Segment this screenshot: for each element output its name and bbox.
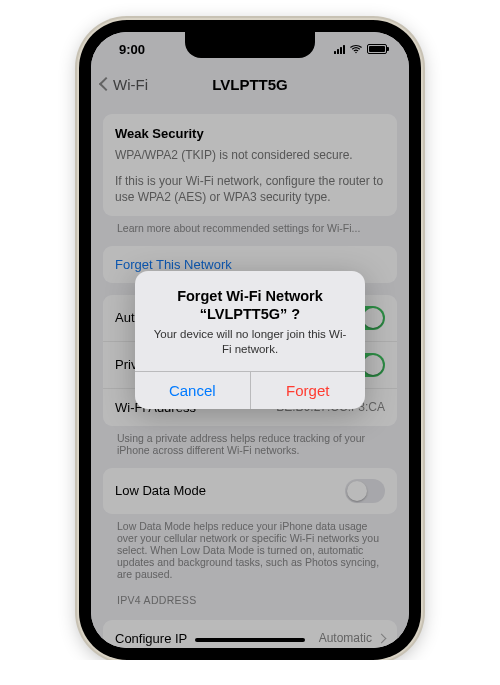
alert-cancel-button[interactable]: Cancel [135, 372, 251, 409]
alert-dialog: Forget Wi-Fi Network “LVLPTT5G” ? Your d… [135, 271, 365, 409]
alert-forget-button[interactable]: Forget [251, 372, 366, 409]
alert-message: Your device will no longer join this Wi-… [149, 327, 351, 357]
modal-overlay: Forget Wi-Fi Network “LVLPTT5G” ? Your d… [91, 32, 409, 648]
notch [185, 32, 315, 58]
alert-title: Forget Wi-Fi Network “LVLPTT5G” ? [149, 287, 351, 323]
screen: 9:00 Wi-Fi LVLPTT5G Weak Secu [91, 32, 409, 648]
phone-frame: 9:00 Wi-Fi LVLPTT5G Weak Secu [79, 20, 421, 660]
home-indicator[interactable] [195, 638, 305, 642]
